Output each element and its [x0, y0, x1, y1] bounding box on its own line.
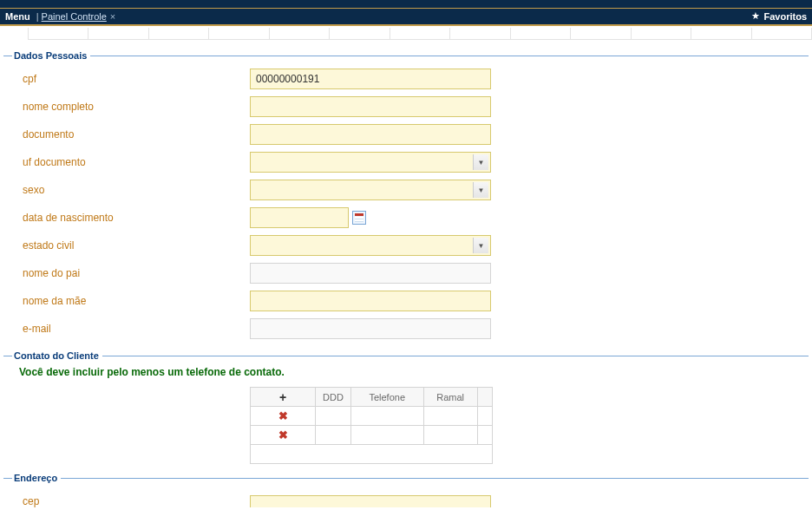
toolbar-button[interactable]	[450, 28, 510, 40]
section-title-personal: Dados Pessoais	[14, 50, 87, 61]
contact-hint: Você deve incluir pelo menos um telefone…	[19, 366, 809, 378]
cell-telefone[interactable]	[350, 426, 423, 445]
cell-ramal[interactable]	[423, 407, 477, 426]
chevron-down-icon[interactable]: ▼	[473, 182, 488, 198]
uf-documento-select[interactable]: ▼	[250, 152, 491, 173]
label-sexo: sexo	[21, 184, 250, 196]
data-nascimento-field[interactable]	[250, 207, 349, 228]
delete-row-icon[interactable]: ✖	[278, 428, 288, 441]
chevron-down-icon[interactable]: ▼	[473, 154, 488, 170]
cpf-field[interactable]	[250, 69, 491, 89]
toolbar-button[interactable]	[270, 28, 330, 40]
label-nome-pai: nome do pai	[21, 267, 250, 279]
label-data-nascimento: data de nascimento	[21, 212, 250, 224]
label-cpf: cpf	[21, 73, 250, 85]
label-uf-documento: uf documento	[21, 156, 250, 168]
sexo-select[interactable]: ▼	[250, 180, 491, 200]
label-estado-civil: estado civil	[21, 239, 250, 252]
col-header-ddd: DDD	[316, 388, 351, 407]
label-documento: documento	[21, 128, 250, 141]
label-cep: cep	[21, 495, 250, 507]
top-bar: Menu | Painel Controle × ★ Favoritos	[0, 9, 812, 25]
toolbar-button[interactable]	[330, 28, 390, 40]
table-row: ✖	[251, 407, 493, 426]
phone-table: + DDD Telefone Ramal ✖ ✖	[250, 387, 493, 464]
label-email: e-mail	[21, 323, 250, 335]
section-title-contact: Contato do Cliente	[14, 350, 99, 361]
nome-pai-field[interactable]	[250, 263, 491, 284]
cell-ddd[interactable]	[316, 426, 351, 445]
nome-completo-field[interactable]	[250, 96, 491, 117]
nome-mae-field[interactable]	[250, 291, 491, 311]
calendar-icon[interactable]	[352, 211, 366, 225]
toolbar-button[interactable]	[28, 28, 88, 40]
toolbar-button[interactable]	[632, 28, 691, 40]
cep-field[interactable]	[250, 495, 491, 507]
breadcrumb-link[interactable]: Painel Controle	[42, 11, 107, 22]
close-tab-icon[interactable]: ×	[110, 11, 115, 22]
toolbar	[28, 26, 812, 42]
toolbar-button[interactable]	[571, 28, 631, 40]
cell-telefone[interactable]	[350, 407, 423, 426]
toolbar-button[interactable]	[149, 28, 209, 40]
cell-ramal[interactable]	[423, 426, 477, 445]
separator: |	[36, 11, 39, 22]
section-title-address: Endereço	[14, 473, 57, 483]
toolbar-button[interactable]	[390, 28, 450, 40]
documento-field[interactable]	[250, 124, 491, 145]
toolbar-button[interactable]	[511, 28, 571, 40]
star-icon: ★	[751, 10, 760, 22]
email-field[interactable]	[250, 318, 491, 339]
chevron-down-icon[interactable]: ▼	[473, 238, 488, 253]
label-nome-completo: nome completo	[21, 101, 250, 113]
add-phone-button[interactable]: +	[279, 390, 286, 404]
label-nome-mae: nome da mãe	[21, 295, 250, 307]
col-header-telefone: Telefone	[350, 388, 423, 407]
menu-link[interactable]: Menu	[5, 11, 30, 22]
toolbar-button[interactable]	[88, 28, 148, 40]
toolbar-button[interactable]	[691, 28, 751, 40]
cell-ddd[interactable]	[316, 407, 351, 426]
toolbar-button[interactable]	[209, 28, 269, 40]
table-row: ✖	[251, 426, 493, 445]
delete-row-icon[interactable]: ✖	[278, 409, 288, 422]
favorites-link[interactable]: Favoritos	[763, 11, 807, 22]
col-header-ramal: Ramal	[423, 388, 477, 407]
toolbar-button[interactable]	[752, 28, 812, 40]
estado-civil-select[interactable]: ▼	[250, 235, 491, 256]
